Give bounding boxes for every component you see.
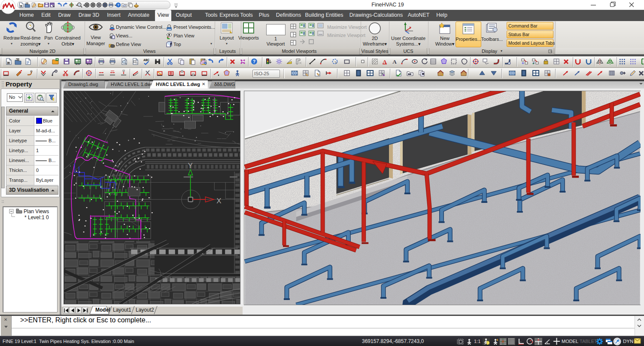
svg-text:BLD: BLD — [6, 62, 10, 64]
svg-text:?: ? — [253, 59, 255, 64]
svg-text:BLD: BLD — [25, 3, 29, 4]
svg-text:BLD: BLD — [16, 58, 20, 61]
svg-text:BLD: BLD — [19, 6, 23, 7]
svg-text:X: X — [216, 197, 221, 205]
svg-text:BCIS: BCIS — [76, 63, 80, 65]
svg-text:ABC: ABC — [143, 58, 149, 61]
svg-text:A: A — [392, 58, 397, 65]
svg-text:Y: Y — [188, 162, 193, 170]
svg-text:?: ? — [117, 3, 119, 7]
svg-text:BCIS: BCIS — [87, 63, 91, 65]
